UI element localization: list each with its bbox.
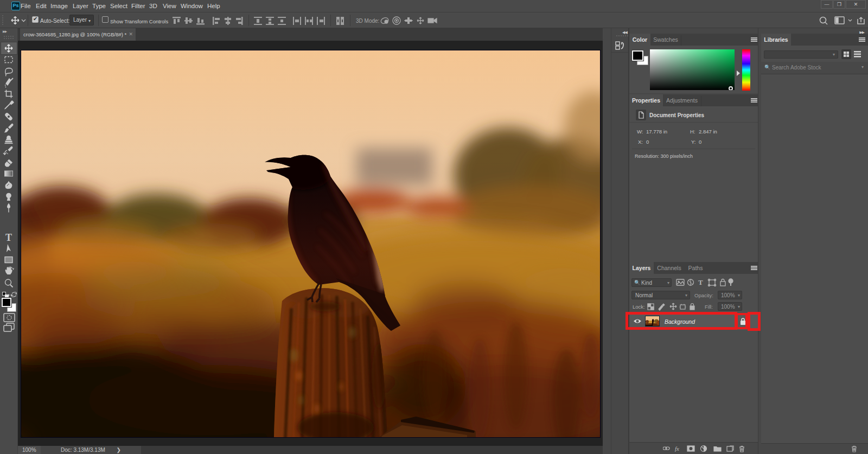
svg-text:fx: fx	[675, 445, 679, 452]
svg-text:T: T	[5, 232, 12, 243]
svg-text:T: T	[698, 278, 703, 286]
